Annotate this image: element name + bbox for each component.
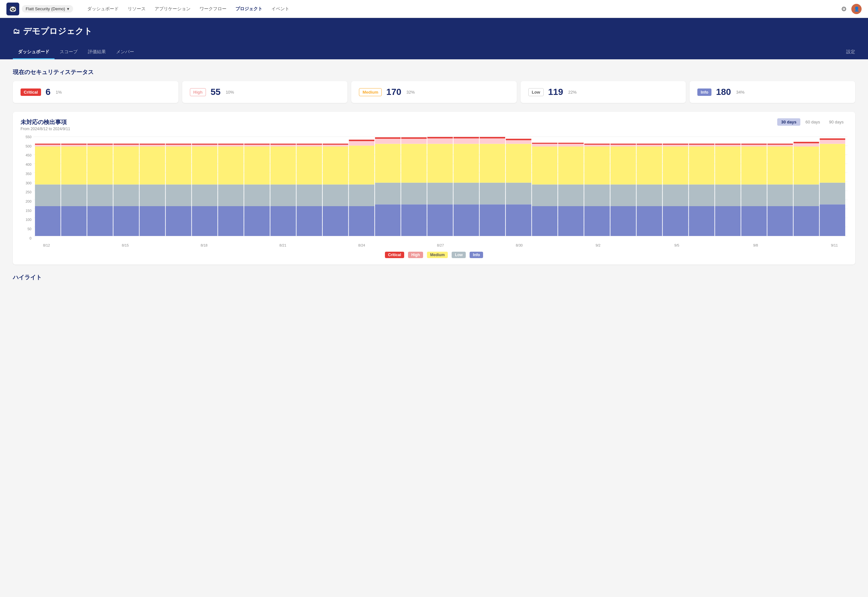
- svg-rect-20: [61, 145, 87, 147]
- critical-pct: 1%: [56, 90, 62, 95]
- svg-rect-108: [532, 184, 557, 206]
- svg-rect-146: [715, 144, 741, 145]
- day-filters: 30 days 60 days 90 days: [777, 118, 847, 126]
- y-label-250: 250: [26, 190, 31, 194]
- settings-icon[interactable]: ⚙: [841, 5, 847, 13]
- nav-link-resources[interactable]: リソース: [128, 0, 146, 18]
- svg-rect-165: [820, 140, 845, 144]
- x-label: 8/21: [270, 242, 296, 247]
- tab-members[interactable]: メンバー: [111, 45, 139, 59]
- high-pct: 10%: [226, 90, 234, 95]
- svg-rect-137: [689, 206, 715, 236]
- x-label: [86, 242, 112, 247]
- x-label: [401, 242, 427, 247]
- org-selector[interactable]: Flatt Security (Demo) ▾: [22, 5, 73, 12]
- x-label: [217, 242, 244, 247]
- status-card-high: High 55 10%: [182, 81, 348, 103]
- tab-scope[interactable]: スコープ: [55, 45, 83, 59]
- chart-container: 550 500 450 400 350 300 250 200 150 100 …: [21, 135, 847, 247]
- tab-dashboard[interactable]: ダッシュボード: [13, 45, 55, 59]
- svg-rect-34: [140, 147, 165, 184]
- y-label-550: 550: [26, 135, 31, 139]
- day-btn-60[interactable]: 60 days: [802, 118, 824, 126]
- svg-rect-65: [296, 145, 322, 147]
- day-btn-90[interactable]: 90 days: [825, 118, 847, 126]
- main-content: 現在のセキュリティステータス Critical 6 1% High 55 10%…: [0, 59, 868, 597]
- svg-rect-23: [87, 184, 113, 206]
- svg-rect-89: [427, 144, 453, 183]
- svg-rect-72: [349, 206, 375, 236]
- svg-rect-16: [35, 144, 61, 145]
- legend-info: Info: [470, 252, 483, 258]
- y-label-100: 100: [26, 218, 31, 221]
- svg-rect-37: [166, 206, 192, 236]
- x-label: 8/30: [506, 242, 532, 247]
- x-label: [59, 242, 86, 247]
- svg-rect-74: [349, 146, 375, 184]
- y-label-150: 150: [26, 209, 31, 212]
- svg-rect-115: [558, 144, 584, 147]
- nav-link-projects[interactable]: プロジェクト: [235, 0, 262, 18]
- org-selector-arrow: ▾: [67, 6, 69, 11]
- svg-rect-48: [218, 184, 244, 206]
- tab-settings[interactable]: 設定: [846, 45, 855, 59]
- svg-rect-112: [558, 206, 584, 236]
- svg-rect-114: [558, 147, 584, 184]
- svg-rect-138: [689, 184, 715, 206]
- svg-rect-160: [794, 143, 819, 147]
- critical-number: 6: [46, 87, 51, 97]
- svg-rect-25: [87, 145, 113, 147]
- status-card-info: Info 180 34%: [690, 81, 855, 103]
- x-label: [769, 242, 795, 247]
- highlight-title: ハイライト: [13, 273, 855, 281]
- svg-rect-144: [715, 147, 741, 184]
- legend-critical: Critical: [385, 252, 404, 258]
- svg-rect-116: [558, 143, 584, 144]
- medium-pct: 32%: [406, 90, 415, 95]
- x-label: [323, 242, 349, 247]
- status-cards: Critical 6 1% High 55 10% Medium 170 32%…: [13, 81, 855, 103]
- svg-rect-29: [114, 147, 139, 184]
- y-label-50: 50: [28, 227, 31, 231]
- top-nav: 🐼 Flatt Security (Demo) ▾ ダッシュボード リソース ア…: [0, 0, 868, 18]
- svg-rect-161: [794, 142, 819, 143]
- svg-rect-148: [741, 184, 767, 206]
- svg-rect-107: [532, 206, 557, 236]
- svg-rect-59: [271, 147, 296, 184]
- svg-rect-63: [296, 184, 322, 206]
- avatar[interactable]: 👤: [851, 4, 862, 14]
- svg-rect-36: [140, 144, 165, 145]
- chart-bars-wrapper: [33, 135, 847, 242]
- svg-rect-109: [532, 147, 557, 184]
- svg-rect-126: [611, 144, 636, 145]
- chart-title: 未対応の検出事項: [21, 118, 70, 126]
- svg-rect-73: [349, 184, 375, 206]
- svg-rect-134: [663, 147, 688, 184]
- y-label-450: 450: [26, 153, 31, 157]
- project-title: 🗂 デモプロジェクト: [13, 26, 855, 37]
- svg-rect-77: [375, 204, 401, 236]
- svg-rect-87: [427, 204, 453, 236]
- svg-rect-12: [35, 206, 61, 236]
- tab-evaluation[interactable]: 評価結果: [83, 45, 111, 59]
- svg-rect-52: [244, 206, 270, 236]
- svg-rect-53: [244, 184, 270, 206]
- x-label: 8/15: [112, 242, 138, 247]
- svg-rect-139: [689, 147, 715, 184]
- svg-rect-75: [349, 141, 375, 146]
- nav-link-dashboard[interactable]: ダッシュボード: [87, 0, 119, 18]
- nav-link-workflow[interactable]: ワークフロー: [199, 0, 226, 18]
- nav-link-events[interactable]: イベント: [271, 0, 289, 18]
- svg-rect-15: [35, 145, 61, 147]
- svg-rect-117: [584, 206, 610, 236]
- svg-rect-135: [663, 145, 688, 147]
- svg-rect-61: [271, 144, 296, 145]
- chart-legend: Critical High Medium Low Info: [21, 252, 847, 258]
- svg-rect-101: [480, 137, 505, 138]
- nav-link-applications[interactable]: アプリケーション: [155, 0, 190, 18]
- legend-low: Low: [452, 252, 466, 258]
- svg-rect-67: [323, 206, 348, 236]
- chart-section: 未対応の検出事項 From 2024/8/12 to 2024/9/11 30 …: [13, 112, 855, 264]
- day-btn-30[interactable]: 30 days: [777, 118, 800, 126]
- svg-rect-90: [427, 138, 453, 144]
